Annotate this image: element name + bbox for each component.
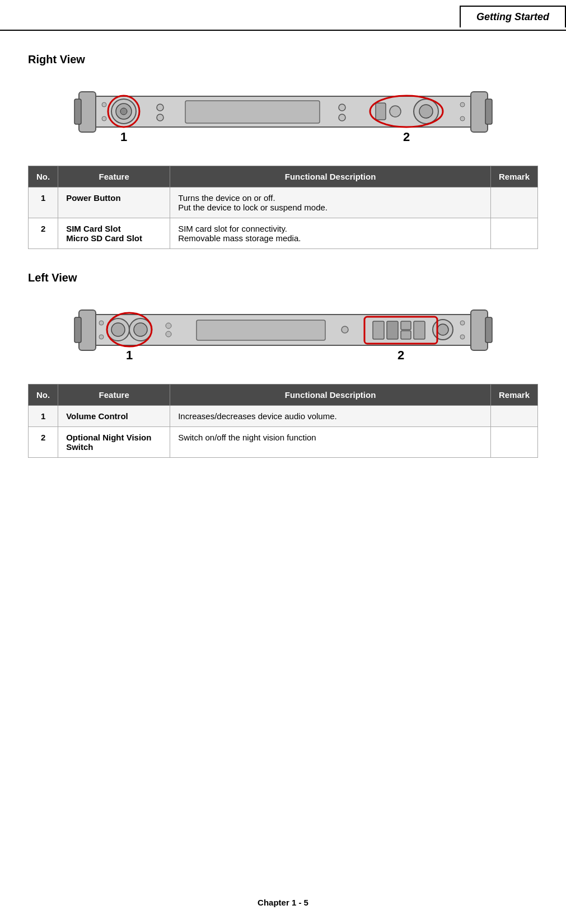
table-row: 1 Power Button Turns the device on or of… [29, 187, 538, 218]
right-view-svg: 1 2 [73, 79, 493, 147]
svg-point-48 [460, 335, 465, 339]
row1-desc: Turns the device on or off. Put the devi… [170, 187, 491, 218]
svg-point-33 [134, 323, 147, 336]
svg-point-14 [390, 106, 401, 117]
svg-point-37 [342, 326, 348, 333]
left-view-heading: Left View [28, 271, 538, 284]
row1-no: 1 [29, 187, 58, 218]
svg-point-44 [437, 324, 448, 335]
right-view-device-image: 1 2 [28, 79, 538, 149]
left-table-header-no: No. [29, 384, 58, 406]
lrow2-remark [490, 427, 537, 458]
svg-rect-10 [185, 101, 320, 123]
svg-point-46 [99, 335, 104, 339]
page-content: Right View [0, 31, 566, 514]
row2-desc: SIM card slot for connectivity. Removabl… [170, 218, 491, 249]
row2-no: 2 [29, 218, 58, 249]
left-view-svg-wrapper: 1 2 [73, 298, 493, 367]
svg-rect-3 [74, 99, 81, 124]
svg-point-8 [157, 104, 163, 111]
table-row: 1 Volume Control Increases/decreases dev… [29, 406, 538, 427]
left-table-header-remark: Remark [490, 384, 537, 406]
svg-rect-28 [74, 317, 81, 343]
right-table-header-feature: Feature [58, 166, 170, 187]
svg-rect-41 [401, 331, 411, 339]
header-tab: Getting Started [460, 6, 566, 27]
svg-point-19 [460, 102, 465, 107]
left-table-header-desc: Functional Description [170, 384, 491, 406]
right-table-header-remark: Remark [490, 166, 537, 187]
left-view-table: No. Feature Functional Description Remar… [28, 384, 538, 458]
svg-point-45 [99, 321, 104, 325]
right-table-header-no: No. [29, 166, 58, 187]
left-table-header-feature: Feature [58, 384, 170, 406]
table-row: 2 SIM Card Slot Micro SD Card Slot SIM c… [29, 218, 538, 249]
svg-point-16 [419, 105, 433, 118]
svg-point-35 [166, 331, 171, 337]
svg-point-18 [102, 116, 106, 121]
right-view-table: No. Feature Functional Description Remar… [28, 166, 538, 249]
lrow2-desc: Switch on/off the night vision function [170, 427, 491, 458]
svg-point-12 [339, 114, 345, 121]
table-row: 2 Optional Night Vision Switch Switch on… [29, 427, 538, 458]
row2-remark [490, 218, 537, 249]
svg-point-31 [111, 323, 125, 336]
lrow1-desc: Increases/decreases device audio volume. [170, 406, 491, 427]
svg-point-20 [460, 116, 465, 121]
right-view-heading: Right View [28, 53, 538, 66]
svg-rect-40 [401, 321, 411, 330]
right-table-header-desc: Functional Description [170, 166, 491, 187]
page-header: Getting Started [0, 0, 566, 31]
lrow2-no: 2 [29, 427, 58, 458]
page-footer: Chapter 1 - 5 [0, 898, 566, 907]
svg-text:1: 1 [125, 348, 132, 362]
lrow2-feature: Optional Night Vision Switch [58, 427, 170, 458]
row1-remark [490, 187, 537, 218]
svg-rect-29 [485, 317, 492, 343]
svg-rect-39 [387, 321, 398, 339]
svg-text:2: 2 [403, 130, 409, 144]
svg-rect-38 [373, 321, 384, 339]
row1-feature: Power Button [58, 187, 170, 218]
lrow1-feature: Volume Control [58, 406, 170, 427]
left-view-device-image: 1 2 [28, 298, 538, 367]
lrow1-no: 1 [29, 406, 58, 427]
svg-text:1: 1 [120, 130, 127, 144]
svg-point-47 [460, 321, 465, 325]
svg-point-9 [157, 114, 163, 121]
row2-feature: SIM Card Slot Micro SD Card Slot [58, 218, 170, 249]
svg-text:2: 2 [397, 348, 404, 362]
svg-rect-13 [376, 103, 386, 120]
left-view-svg: 1 2 [73, 298, 493, 365]
lrow1-remark [490, 406, 537, 427]
svg-point-17 [102, 102, 106, 107]
right-view-svg-wrapper: 1 2 [73, 79, 493, 149]
svg-point-34 [166, 323, 171, 329]
svg-point-7 [120, 108, 127, 115]
svg-rect-4 [485, 99, 492, 124]
svg-rect-36 [197, 320, 325, 340]
svg-rect-42 [414, 321, 425, 339]
svg-point-11 [339, 104, 345, 111]
